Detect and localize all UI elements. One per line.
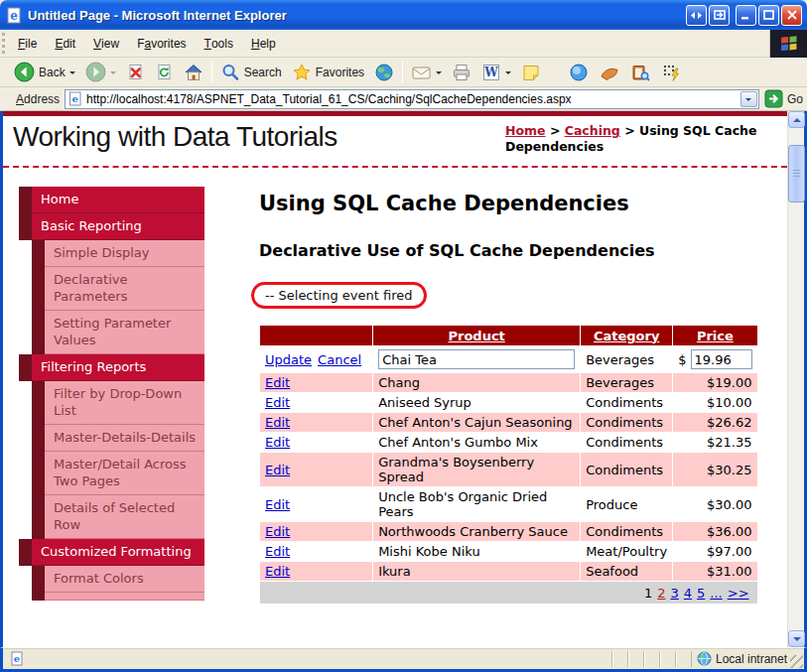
sort-category-link[interactable]: Category <box>594 329 659 343</box>
edit-link[interactable]: Edit <box>265 524 290 539</box>
notes-button[interactable] <box>516 61 546 84</box>
sidebar-item-customized-formatting[interactable]: Customized Formatting <box>19 539 204 566</box>
currency-symbol: $ <box>678 352 686 367</box>
cancel-link[interactable]: Cancel <box>318 352 361 367</box>
favorites-button[interactable]: Favorites <box>287 61 369 84</box>
sidebar-item-filter-by-drop-down-list[interactable]: Filter by Drop-Down List <box>32 381 204 425</box>
menu-tools[interactable]: Tools <box>196 30 242 57</box>
scroll-down-button[interactable] <box>788 630 805 647</box>
go-button[interactable]: Go <box>764 89 803 108</box>
product-cell: Aniseed Syrup <box>373 393 581 413</box>
address-combobox[interactable]: e http://localhost:4178/ASPNET_Data_Tuto… <box>65 89 759 109</box>
pager-link[interactable]: 3 <box>671 586 679 601</box>
product-cell: Chef Anton's Gumbo Mix <box>373 433 581 453</box>
popout-button[interactable] <box>709 5 730 26</box>
menu-help[interactable]: Help <box>242 30 285 57</box>
forward-button[interactable] <box>80 60 121 84</box>
sidebar-item-basic-reporting[interactable]: Basic Reporting <box>19 213 204 240</box>
print-icon <box>452 63 471 82</box>
price-input[interactable] <box>691 349 752 369</box>
site-title: Working with Data Tutorials <box>13 121 337 153</box>
print-button[interactable] <box>447 61 476 84</box>
pager-link[interactable]: ... <box>710 586 722 601</box>
category-cell: Produce <box>581 487 673 522</box>
sort-product-link[interactable]: Product <box>448 329 504 343</box>
sidebar-item-home[interactable]: Home <box>19 187 204 213</box>
forward-dropdown[interactable] <box>110 71 116 77</box>
product-cell: Grandma's Boysenberry Spread <box>373 453 581 487</box>
edit-link[interactable]: Edit <box>265 435 290 450</box>
pager-link[interactable]: 4 <box>684 586 692 601</box>
update-link[interactable]: Update <box>265 352 312 367</box>
address-dropdown[interactable] <box>740 91 757 107</box>
menu-bar: FileEditViewFavoritesToolsHelp <box>0 30 807 58</box>
sidebar-item-marker <box>32 566 45 593</box>
messenger-button[interactable] <box>564 61 594 84</box>
media-button[interactable] <box>369 61 399 84</box>
sidebar-item-label <box>45 593 204 601</box>
zone-label: Local intranet <box>716 652 787 666</box>
menu-favorites[interactable]: Favorites <box>128 30 195 57</box>
edit-word-icon: W <box>481 63 501 82</box>
sidebar-item-simple-display[interactable]: Simple Display <box>32 240 204 267</box>
sidebar-item-marker <box>19 187 32 213</box>
sidebar-item-master-detail-across-two-pages[interactable]: Master/Detail Across Two Pages <box>32 452 204 495</box>
edit-link[interactable]: Edit <box>265 415 290 430</box>
menu-edit[interactable]: Edit <box>46 30 84 57</box>
product-input[interactable] <box>378 349 575 369</box>
edit-dropdown[interactable] <box>505 71 511 77</box>
sidebar-item-filtering-reports[interactable]: Filtering Reports <box>19 354 204 381</box>
menubar-grip[interactable] <box>2 33 7 54</box>
menu-view[interactable]: View <box>84 30 128 57</box>
back-button[interactable]: Back <box>9 60 80 84</box>
product-cell: Ikura <box>373 562 581 582</box>
breadcrumb-link[interactable]: Home <box>505 123 546 138</box>
resize-grip[interactable] <box>790 655 803 668</box>
edit-link[interactable]: Edit <box>265 375 290 390</box>
edit-link[interactable]: Edit <box>265 497 290 512</box>
product-cell: Chang <box>373 373 581 393</box>
address-url[interactable]: http://localhost:4178/ASPNET_Data_Tutori… <box>86 92 737 106</box>
stop-button[interactable] <box>121 61 150 84</box>
sidebar-item-format-colors[interactable]: Format Colors <box>32 566 204 593</box>
edit-word-button[interactable]: W <box>476 61 516 84</box>
close-button[interactable] <box>781 5 802 26</box>
sidebar-item-setting-parameter-values[interactable]: Setting Parameter Values <box>32 311 204 354</box>
mail-button[interactable] <box>406 61 447 84</box>
minimize-button[interactable] <box>736 5 756 26</box>
refresh-button[interactable] <box>150 61 179 84</box>
sidebar-item-marker <box>32 593 45 601</box>
sort-price-link[interactable]: Price <box>697 329 734 343</box>
forward-icon <box>85 62 106 82</box>
sidebar-item-declarative-parameters[interactable]: Declarative Parameters <box>32 267 204 311</box>
breadcrumb-link[interactable]: Caching <box>565 123 620 138</box>
windows-logo <box>769 30 807 58</box>
back-dropdown[interactable] <box>69 71 75 77</box>
edit-link[interactable]: Edit <box>265 463 290 477</box>
pager-link[interactable]: >> <box>728 586 749 601</box>
sidebar-item-marker <box>32 240 45 267</box>
tool-button[interactable] <box>594 61 625 84</box>
grid-row: EditIkuraSeafood$31.00 <box>260 562 758 582</box>
edit-link[interactable]: Edit <box>265 544 290 559</box>
snippet-button[interactable] <box>656 61 686 84</box>
research-button[interactable] <box>625 61 656 84</box>
vertical-scrollbar[interactable] <box>787 111 804 647</box>
maximize-button[interactable] <box>758 5 779 26</box>
edit-link[interactable]: Edit <box>265 564 290 579</box>
home-button[interactable] <box>179 61 208 84</box>
scrollbar-thumb[interactable] <box>788 145 805 202</box>
pager-link[interactable]: 2 <box>657 586 665 601</box>
sidebar-item-label: Simple Display <box>45 240 204 267</box>
mail-dropdown[interactable] <box>436 71 442 77</box>
pager-link[interactable]: 5 <box>697 586 705 601</box>
screen-toggle-button[interactable] <box>686 5 707 26</box>
page-title: Using SQL Cache Dependencies <box>259 192 751 215</box>
menu-file[interactable]: File <box>9 30 46 57</box>
edit-link[interactable]: Edit <box>265 395 290 410</box>
search-button[interactable]: Search <box>215 61 287 84</box>
sidebar-item-details-of-selected-row[interactable]: Details of Selected Row <box>32 495 204 539</box>
sidebar-item-partial[interactable] <box>32 593 204 601</box>
sidebar-item-master-details-details[interactable]: Master-Details-Details <box>32 425 204 452</box>
scroll-up-button[interactable] <box>788 111 805 128</box>
